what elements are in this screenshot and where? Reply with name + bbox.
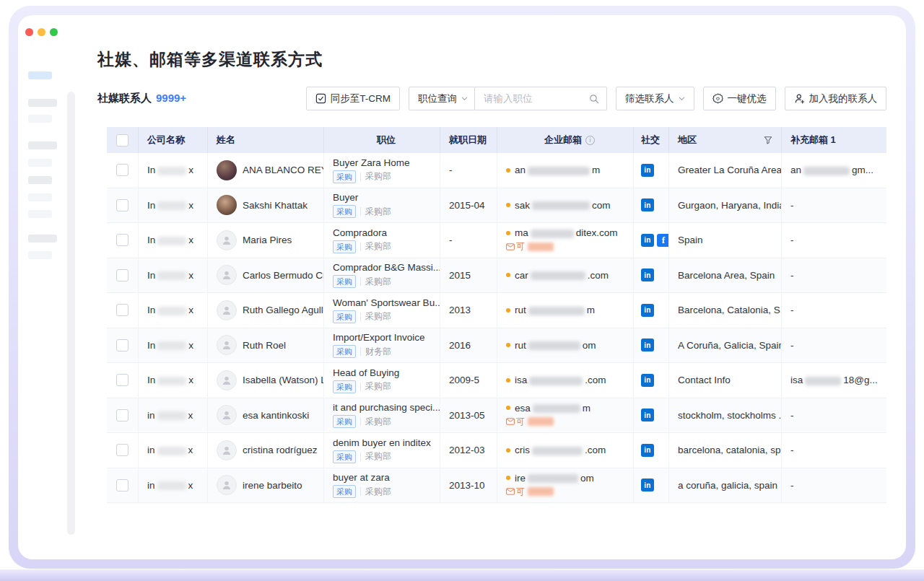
close-window-icon[interactable] bbox=[25, 28, 33, 36]
role-tag: 采购 bbox=[333, 310, 356, 323]
linkedin-icon[interactable]: in bbox=[641, 409, 654, 421]
redacted-blur bbox=[533, 404, 580, 413]
linkedin-icon[interactable]: in bbox=[641, 164, 654, 177]
redacted-blur bbox=[528, 341, 580, 350]
linkedin-icon[interactable]: in bbox=[641, 198, 654, 211]
position-title: Buyer Zara Home bbox=[333, 157, 410, 168]
extra-email-cell: - bbox=[782, 468, 886, 503]
filter-contacts-button[interactable]: 筛选联系人 bbox=[616, 87, 694, 110]
position-title: denim buyer en inditex bbox=[333, 437, 431, 448]
email-address-prefix: cris bbox=[515, 445, 530, 455]
linkedin-icon[interactable]: in bbox=[641, 479, 654, 492]
company-cell: Inx bbox=[139, 363, 208, 398]
one-click-optimize-button[interactable]: 一键优选 bbox=[703, 87, 776, 110]
contact-name: Maria Pires bbox=[243, 235, 292, 245]
row-checkbox[interactable] bbox=[116, 374, 128, 386]
browser-frame: 社媒、邮箱等多渠道联系方式 社媒联系人 9999+ 同步至T-CRM 职位查询 bbox=[9, 6, 915, 569]
select-all-cell bbox=[107, 127, 139, 153]
email-cell: maditex.com可 bbox=[497, 223, 634, 258]
extra-email-cell: isa18@g... bbox=[782, 363, 886, 398]
avatar-placeholder-icon bbox=[217, 335, 237, 355]
email-address: cris.com bbox=[515, 445, 606, 455]
position-query-select[interactable]: 职位查询 bbox=[409, 87, 475, 110]
chevron-down-icon bbox=[679, 95, 685, 102]
linkedin-icon[interactable]: in bbox=[641, 444, 654, 457]
linkedin-icon[interactable]: in bbox=[641, 338, 654, 351]
row-select-cell bbox=[107, 468, 139, 503]
email-line: esam bbox=[506, 403, 590, 414]
linkedin-icon[interactable]: in bbox=[641, 234, 654, 247]
company-name-prefix: In bbox=[147, 165, 155, 175]
company-name-suffix: x bbox=[188, 445, 193, 455]
email-status-dot bbox=[506, 168, 510, 172]
select-all-checkbox[interactable] bbox=[116, 134, 128, 147]
department-label: 采购部 bbox=[365, 450, 391, 463]
add-to-my-contacts-button[interactable]: 加入我的联系人 bbox=[785, 87, 887, 110]
avatar-placeholder-icon bbox=[217, 300, 237, 320]
row-select-cell bbox=[107, 433, 139, 468]
email-status-dot bbox=[506, 203, 510, 207]
redacted-blur bbox=[528, 487, 554, 496]
start-date-cell: 2009-5 bbox=[440, 363, 497, 398]
region-cell: A Coruña, Galicia, Spain bbox=[669, 328, 782, 363]
company-cell: Inx bbox=[139, 328, 208, 363]
linkedin-icon[interactable]: in bbox=[641, 268, 654, 281]
row-checkbox[interactable] bbox=[116, 339, 128, 351]
email-address-suffix: m bbox=[592, 165, 600, 175]
name-cell: Maria Pires bbox=[208, 223, 324, 258]
position-search-input[interactable] bbox=[482, 92, 589, 105]
tag-divider bbox=[360, 453, 361, 461]
position-title: Head of Buying bbox=[333, 367, 399, 378]
start-date-cell: 2013-10 bbox=[440, 468, 497, 503]
company-name: Inx bbox=[147, 200, 193, 211]
position-cell: buyer at zara采购采购部 bbox=[324, 468, 440, 503]
row-checkbox[interactable] bbox=[116, 444, 128, 456]
row-checkbox[interactable] bbox=[116, 409, 128, 421]
name-cell: Carlos Bermudo Cr... bbox=[208, 258, 324, 293]
position-tags: 采购采购部 bbox=[333, 170, 391, 183]
info-icon[interactable]: i bbox=[585, 136, 595, 145]
row-checkbox[interactable] bbox=[116, 199, 128, 211]
name-cell: Isabella (Watson) L... bbox=[208, 363, 324, 398]
tag-divider bbox=[360, 172, 361, 181]
department-label: 采购部 bbox=[365, 170, 391, 183]
maximize-window-icon[interactable] bbox=[50, 28, 58, 36]
sidebar-skeleton-bar bbox=[28, 176, 52, 184]
row-checkbox[interactable] bbox=[116, 164, 128, 176]
chevron-down-icon bbox=[461, 95, 468, 102]
company-name-prefix: In bbox=[147, 235, 155, 245]
company-name-suffix: x bbox=[188, 270, 193, 281]
position-cell: Import/Export Invoice采购财务部 bbox=[324, 328, 440, 363]
email-address: rutm bbox=[515, 305, 595, 315]
row-checkbox[interactable] bbox=[116, 234, 128, 246]
name-cell: irene barbeito bbox=[208, 468, 324, 503]
filter-funnel-icon[interactable] bbox=[764, 136, 772, 144]
email-address-suffix: m bbox=[583, 403, 590, 414]
minimize-window-icon[interactable] bbox=[38, 28, 45, 36]
contact-name: irene barbeito bbox=[243, 480, 302, 491]
sync-to-crm-button[interactable]: 同步至T-CRM bbox=[306, 87, 400, 110]
contact-name: Ruth Roel bbox=[243, 340, 286, 351]
start-date-cell: - bbox=[440, 223, 497, 258]
email-cell: cris.com bbox=[497, 433, 634, 468]
email-address-suffix: om bbox=[580, 473, 594, 484]
redacted-blur bbox=[157, 167, 186, 175]
linkedin-icon[interactable]: in bbox=[641, 304, 654, 317]
redacted-blur bbox=[157, 447, 186, 455]
deliverable-tag: 可 bbox=[506, 486, 554, 498]
table-row: inxirene barbeitobuyer at zara采购采购部2013-… bbox=[107, 468, 886, 504]
row-checkbox[interactable] bbox=[116, 269, 128, 281]
header-social: 社交 bbox=[634, 127, 669, 153]
row-select-cell bbox=[107, 328, 139, 363]
row-checkbox[interactable] bbox=[116, 304, 128, 316]
social-cell: in bbox=[634, 293, 669, 328]
facebook-icon[interactable]: f bbox=[657, 234, 669, 247]
position-tags: 采购采购部 bbox=[333, 275, 391, 288]
email-cell: rutom bbox=[497, 328, 634, 363]
social-cell: in bbox=[634, 328, 669, 363]
position-search-box bbox=[475, 87, 607, 110]
company-name: Inx bbox=[147, 340, 193, 351]
deliverable-tag: 可 bbox=[506, 240, 554, 253]
row-checkbox[interactable] bbox=[116, 479, 128, 492]
linkedin-icon[interactable]: in bbox=[641, 374, 654, 387]
